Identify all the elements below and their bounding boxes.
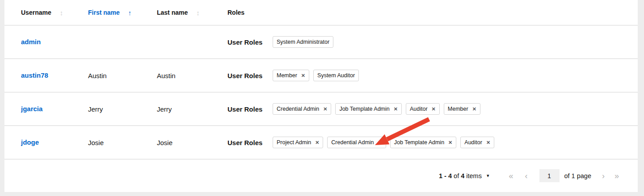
role-chip-label: System Auditor — [317, 72, 355, 79]
role-chip: Job Template Admin ✕ — [390, 137, 457, 148]
role-chip: Auditor ✕ — [406, 103, 440, 115]
pagination-bar: 1 - 4 of 4 items ▾ « ‹ of 1 page › » — [4, 159, 638, 192]
role-chip-label: Credential Admin — [331, 139, 374, 146]
column-header-roles-label: Roles — [227, 9, 244, 16]
table-row: austin78 Austin Austin User Roles Member… — [4, 59, 638, 92]
last-name-cell: Jerry — [157, 105, 227, 113]
column-header-username-label: Username — [21, 9, 51, 16]
role-chip-group: System Administrator — [273, 36, 333, 48]
role-chip: Member ✕ — [273, 70, 309, 81]
last-name-cell: Josie — [157, 139, 227, 146]
column-header-roles: Roles — [227, 9, 638, 16]
first-name-cell: Jerry — [88, 105, 157, 113]
page-navigation: « ‹ of 1 page › » — [509, 169, 619, 182]
role-chip-group: Project Admin ✕ Credential Admin ✕ Job T… — [273, 137, 494, 148]
role-chip: Job Template Admin ✕ — [335, 103, 402, 115]
items-range: 1 - 4 — [439, 172, 452, 179]
user-roles-label: User Roles — [227, 72, 273, 79]
credential-admin-remove-icon[interactable]: ✕ — [378, 140, 382, 145]
remove-role-icon[interactable]: ✕ — [323, 107, 327, 112]
roles-cell: User Roles Credential Admin ✕ Job Templa… — [227, 103, 638, 115]
role-chip-label: Member — [277, 72, 297, 79]
table-row: jgarcia Jerry Jerry User Roles Credentia… — [4, 92, 638, 126]
items-of-word: of — [454, 172, 459, 179]
remove-role-icon[interactable]: ✕ — [486, 140, 490, 145]
table-row: jdoge Josie Josie User Roles Project Adm… — [4, 126, 638, 159]
role-chip-label: Auditor — [464, 139, 482, 146]
username-cell: jgarcia — [21, 105, 88, 113]
role-chip: System Administrator — [273, 36, 333, 48]
role-chip: System Auditor — [313, 70, 359, 81]
items-summary: 1 - 4 of 4 items — [439, 172, 482, 179]
username-link-austin78[interactable]: austin78 — [21, 71, 48, 79]
remove-role-icon[interactable]: ✕ — [315, 140, 319, 145]
items-word: items — [466, 172, 482, 179]
role-chip-credential-admin: Credential Admin ✕ — [327, 137, 386, 148]
username-cell: austin78 — [21, 71, 88, 79]
sort-icon[interactable]: ↕ — [196, 9, 200, 17]
first-name-cell: Josie — [88, 139, 157, 146]
role-chip: Auditor ✕ — [460, 137, 494, 148]
user-roles-label: User Roles — [227, 139, 273, 146]
items-total: 4 — [461, 172, 464, 179]
remove-role-icon[interactable]: ✕ — [432, 107, 436, 112]
next-page-button[interactable]: › — [602, 172, 605, 180]
previous-page-button[interactable]: ‹ — [525, 172, 528, 180]
user-roles-label: User Roles — [227, 38, 273, 46]
column-header-username[interactable]: Username ↕ — [21, 9, 88, 17]
role-chip-label: System Administrator — [277, 39, 329, 45]
first-page-button[interactable]: « — [509, 172, 513, 180]
page-count-label: of 1 page — [564, 172, 591, 179]
role-chip: Member ✕ — [444, 103, 480, 115]
roles-cell: User Roles Member ✕ System Auditor — [227, 70, 638, 81]
table-header-row: Username ↕ First name ↑ Last name ↕ Role… — [4, 0, 638, 25]
remove-role-icon[interactable]: ✕ — [448, 140, 452, 145]
username-link-admin[interactable]: admin — [21, 38, 41, 46]
role-chip-label: Credential Admin — [277, 106, 319, 112]
role-chip: Credential Admin ✕ — [273, 103, 331, 115]
column-header-last-name-label: Last name — [157, 9, 188, 16]
role-chip-label: Project Admin — [277, 139, 311, 146]
chevron-down-icon: ▾ — [487, 173, 489, 179]
role-chip-group: Credential Admin ✕ Job Template Admin ✕ … — [273, 103, 480, 115]
username-cell: admin — [21, 38, 88, 46]
users-table-card: Username ↕ First name ↑ Last name ↕ Role… — [4, 0, 638, 192]
role-chip-label: Job Template Admin — [394, 139, 444, 146]
username-cell: jdoge — [21, 138, 88, 146]
username-link-jgarcia[interactable]: jgarcia — [21, 105, 42, 113]
role-chip: Project Admin ✕ — [273, 137, 323, 148]
remove-role-icon[interactable]: ✕ — [301, 73, 305, 78]
role-chip-label: Member — [448, 106, 468, 112]
first-name-cell: Austin — [88, 72, 157, 79]
column-header-last-name[interactable]: Last name ↕ — [157, 9, 227, 17]
roles-cell: User Roles System Administrator — [227, 36, 638, 48]
table-row: admin User Roles System Administrator — [4, 25, 638, 59]
per-page-menu-toggle[interactable]: 1 - 4 of 4 items ▾ — [439, 172, 489, 179]
last-page-button[interactable]: » — [615, 172, 619, 180]
current-page-input[interactable] — [539, 169, 560, 182]
remove-role-icon[interactable]: ✕ — [394, 107, 398, 112]
sort-icon[interactable]: ↕ — [60, 9, 63, 17]
role-chip-group: Member ✕ System Auditor — [273, 70, 359, 81]
column-header-first-name-label: First name — [88, 9, 120, 16]
column-header-first-name[interactable]: First name ↑ — [88, 9, 157, 17]
last-name-cell: Austin — [157, 72, 227, 79]
roles-cell: User Roles Project Admin ✕ Credential Ad… — [227, 137, 638, 148]
user-roles-label: User Roles — [227, 105, 273, 113]
username-link-jdoge[interactable]: jdoge — [21, 138, 39, 146]
role-chip-label: Auditor — [410, 106, 428, 112]
sort-ascending-icon[interactable]: ↑ — [128, 9, 132, 17]
remove-role-icon[interactable]: ✕ — [472, 107, 476, 112]
role-chip-label: Job Template Admin — [339, 106, 389, 112]
